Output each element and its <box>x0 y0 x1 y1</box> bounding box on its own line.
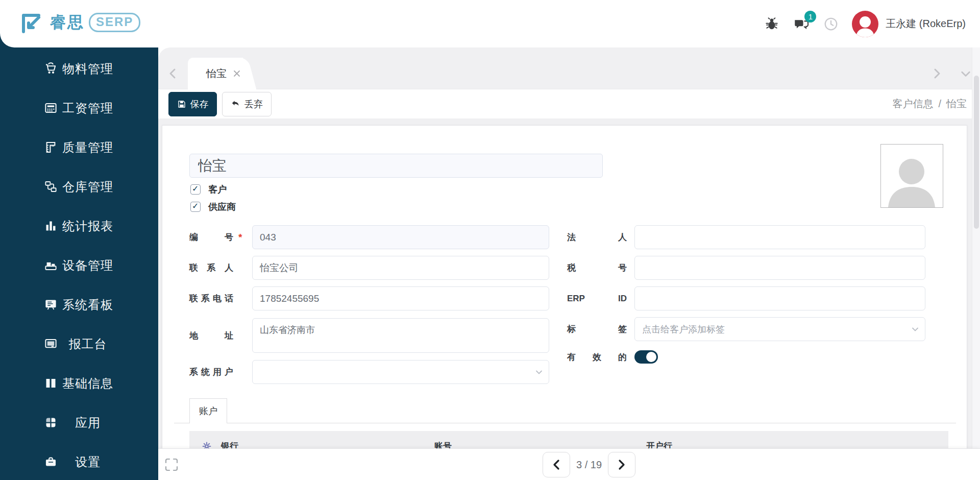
user-avatar <box>852 11 878 37</box>
required-asterisk: * <box>233 232 252 243</box>
address-field-row: 地址 山东省济南市 <box>189 318 549 353</box>
legal-person-label: 法人 <box>567 231 627 243</box>
bug-report-icon[interactable] <box>764 16 779 32</box>
sidebar-item-apps[interactable]: 应用 <box>0 403 158 442</box>
tags-select[interactable]: 点击给客户添加标签 <box>634 317 925 341</box>
code-field-row: 编号 * <box>189 225 549 249</box>
legal-person-input[interactable] <box>634 225 925 249</box>
vertical-scrollbar[interactable] <box>972 47 980 448</box>
erp-app-window: 物料管理 工资管理 质量管理 仓库管理 统计报表 设备管理 <box>0 0 980 480</box>
logo-mark-icon <box>18 9 45 36</box>
next-record-button[interactable] <box>608 452 635 477</box>
code-input[interactable] <box>252 225 549 249</box>
chevron-down-icon <box>912 326 919 333</box>
code-label: 编号 <box>189 231 233 243</box>
sidebar-item-label: 物料管理 <box>62 61 114 77</box>
sidebar-item-materials[interactable]: 物料管理 <box>0 49 158 88</box>
discard-button[interactable]: 丢弃 <box>222 92 272 116</box>
sidebar-item-payroll[interactable]: 工资管理 <box>0 88 158 128</box>
fullscreen-icon[interactable] <box>163 457 180 473</box>
save-label: 保存 <box>190 98 209 110</box>
person-silhouette-icon <box>881 147 943 207</box>
main-region: 怡宝 保存 丢弃 客户信息 / 怡宝 <box>158 47 980 480</box>
erp-id-label: ERP ID <box>567 294 627 304</box>
equipment-icon <box>44 258 58 272</box>
address-textarea[interactable]: 山东省济南市 <box>252 318 549 353</box>
sidebar-item-label: 统计报表 <box>62 218 114 234</box>
sidebar: 物料管理 工资管理 质量管理 仓库管理 统计报表 设备管理 <box>0 0 158 480</box>
payroll-icon <box>44 101 58 115</box>
sidebar-item-label: 设置 <box>62 454 114 470</box>
tags-label: 标签 <box>567 323 627 335</box>
base-info-icon <box>44 376 58 390</box>
sidebar-item-label: 报工台 <box>62 336 114 352</box>
breadcrumb-separator: / <box>938 98 941 110</box>
supplier-checkbox[interactable] <box>190 202 201 212</box>
undo-icon <box>231 99 240 109</box>
supplier-checkbox-row[interactable]: 供应商 <box>190 201 236 213</box>
user-menu[interactable]: 王永建 (RokeErp) <box>852 11 966 37</box>
sidebar-item-quality[interactable]: 质量管理 <box>0 128 158 167</box>
customer-checkbox[interactable] <box>190 184 201 195</box>
sidebar-item-label: 设备管理 <box>62 257 114 274</box>
customer-form-card: 客户 供应商 编号 * 联系人 联系电话 <box>162 125 967 462</box>
logo-brand-text: 睿思 <box>50 12 85 33</box>
tab-close-icon[interactable] <box>233 69 241 78</box>
system-user-select[interactable] <box>252 360 549 384</box>
messages-button[interactable]: 1 <box>793 15 810 33</box>
chevron-down-icon <box>535 369 543 376</box>
contact-field-row: 联系人 <box>189 256 549 280</box>
tax-no-field-row: 税号 <box>567 256 925 280</box>
tags-placeholder: 点击给客户添加标签 <box>642 323 725 335</box>
active-toggle[interactable] <box>634 350 658 364</box>
erp-id-input[interactable] <box>634 286 925 310</box>
accounts-tab-label: 账户 <box>199 405 217 417</box>
breadcrumb-parent[interactable]: 客户信息 <box>892 97 933 111</box>
contact-input[interactable] <box>252 256 549 280</box>
activity-clock-icon[interactable] <box>823 16 839 32</box>
address-label: 地址 <box>189 330 233 342</box>
tabs-scroll-left-icon[interactable] <box>167 68 178 79</box>
phone-input[interactable] <box>252 286 549 310</box>
tax-no-input[interactable] <box>634 256 925 280</box>
erp-id-field-row: ERP ID <box>567 286 925 310</box>
sidebar-item-reports[interactable]: 统计报表 <box>0 206 158 246</box>
settings-icon <box>44 455 58 469</box>
save-button[interactable]: 保存 <box>168 92 217 116</box>
supplier-checkbox-label: 供应商 <box>208 201 236 213</box>
tab-bar: 怡宝 <box>158 47 980 89</box>
apps-icon <box>44 416 58 429</box>
tabs-dropdown-icon[interactable] <box>961 68 971 79</box>
tab-customer-yibao[interactable]: 怡宝 <box>188 58 243 89</box>
tabs-scroll-right-icon[interactable] <box>932 68 942 79</box>
customer-photo-placeholder[interactable] <box>880 144 943 208</box>
tags-field-row: 标签 点击给客户添加标签 <box>567 317 925 341</box>
system-user-field-row: 系统用户 <box>189 360 549 384</box>
tab-label: 怡宝 <box>206 67 227 81</box>
sidebar-item-warehouse[interactable]: 仓库管理 <box>0 167 158 206</box>
customer-checkbox-row[interactable]: 客户 <box>190 183 227 196</box>
sidebar-item-label: 系统看板 <box>62 297 114 313</box>
sidebar-item-base-info[interactable]: 基础信息 <box>0 364 158 403</box>
sidebar-item-dashboard[interactable]: 系统看板 <box>0 285 158 324</box>
scrollbar-thumb[interactable] <box>974 76 979 229</box>
form-toolbar: 保存 丢弃 客户信息 / 怡宝 <box>158 89 980 118</box>
customer-name-input[interactable] <box>189 154 603 178</box>
sidebar-item-equipment[interactable]: 设备管理 <box>0 246 158 285</box>
tab-accounts[interactable]: 账户 <box>189 398 227 423</box>
sidebar-item-workstation[interactable]: 报工台 <box>0 324 158 364</box>
previous-record-button[interactable] <box>543 452 570 477</box>
kanban-icon <box>44 298 58 311</box>
sidebar-item-label: 工资管理 <box>62 100 114 116</box>
sidebar-item-label: 仓库管理 <box>62 179 114 195</box>
sidebar-item-settings[interactable]: 设置 <box>0 442 158 480</box>
breadcrumb-current: 怡宝 <box>946 97 967 111</box>
toggle-knob <box>646 352 656 362</box>
logo-suffix-badge: SERP <box>89 13 140 32</box>
top-header: 睿思 SERP 1 王永建 (RokeErp) <box>0 0 980 47</box>
message-count-badge: 1 <box>804 11 816 22</box>
discard-label: 丢弃 <box>244 98 263 110</box>
phone-label: 联系电话 <box>189 293 233 304</box>
app-logo[interactable]: 睿思 SERP <box>18 9 140 36</box>
save-icon <box>177 100 186 109</box>
